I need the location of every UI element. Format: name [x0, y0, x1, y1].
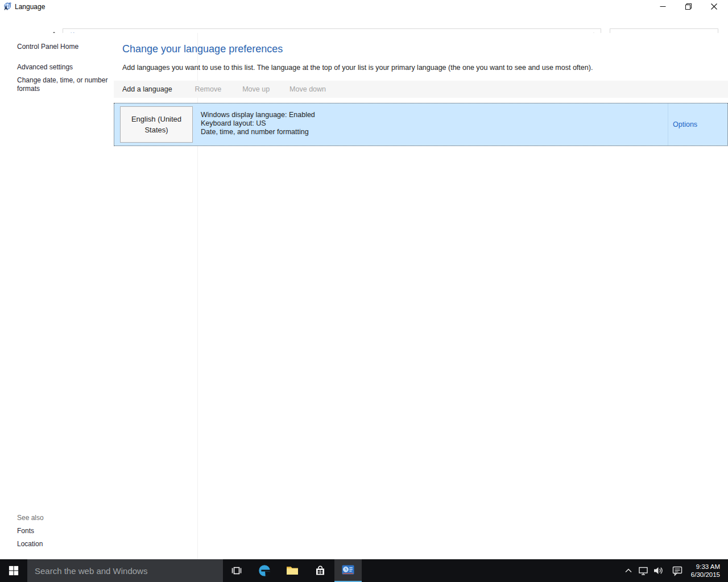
- close-button[interactable]: [701, 0, 727, 13]
- action-center-button[interactable]: [670, 559, 685, 582]
- language-name: English (United States): [125, 114, 188, 135]
- add-language-button[interactable]: Add a language: [122, 85, 172, 93]
- edge-browser-button[interactable]: [251, 559, 278, 582]
- language-detail-keyboard: Keyboard layout: US: [201, 119, 266, 127]
- language-list-item-selected[interactable]: English (United States) Windows display …: [114, 103, 728, 146]
- clock-date: 6/30/2015: [691, 571, 720, 579]
- move-down-button[interactable]: Move down: [289, 85, 326, 93]
- language-detail-formatting: Date, time, and number formatting: [201, 128, 309, 136]
- navigation-bar: Control Panel All Control Panel Items La…: [0, 13, 728, 33]
- language-detail-display: Windows display language: Enabled: [201, 111, 315, 119]
- window-controls: [650, 0, 727, 13]
- window-title: Language: [15, 3, 45, 11]
- store-bag-icon: [313, 564, 327, 577]
- language-app-taskbar-button[interactable]: [334, 559, 362, 582]
- sidebar-link-location[interactable]: Location: [17, 540, 43, 548]
- move-up-button[interactable]: Move up: [242, 85, 270, 93]
- show-hidden-icons-button[interactable]: [621, 559, 636, 582]
- language-name-box: English (United States): [120, 106, 193, 143]
- windows-logo-icon: [9, 566, 19, 576]
- restore-button[interactable]: [676, 0, 701, 13]
- volume-tray-button[interactable]: [651, 559, 665, 582]
- sidebar-link-advanced-settings[interactable]: Advanced settings: [17, 63, 73, 71]
- action-center-icon: [671, 564, 684, 577]
- options-divider: [668, 103, 668, 146]
- remove-button[interactable]: Remove: [195, 85, 222, 93]
- edge-icon: [257, 563, 272, 578]
- title-bar: Language: [0, 0, 728, 13]
- minimize-button[interactable]: [650, 0, 676, 13]
- taskbar-clock[interactable]: 9:33 AM 6/30/2015: [691, 559, 720, 582]
- file-explorer-button[interactable]: [279, 559, 306, 582]
- see-also-header: See also: [17, 514, 44, 522]
- region-language-icon: [341, 564, 355, 576]
- task-view-button[interactable]: [223, 559, 250, 582]
- task-view-icon: [230, 564, 243, 577]
- restore-icon: [685, 3, 692, 10]
- close-icon: [711, 3, 717, 10]
- language-app-icon: [3, 2, 12, 11]
- network-tray-button[interactable]: [636, 559, 651, 582]
- taskbar-search[interactable]: Search the web and Windows: [27, 559, 223, 582]
- window-body: Control Panel Home Advanced settings Cha…: [0, 33, 728, 559]
- sidebar-link-fonts[interactable]: Fonts: [17, 527, 34, 535]
- options-link[interactable]: Options: [673, 120, 697, 128]
- sidebar-link-control-panel-home[interactable]: Control Panel Home: [17, 43, 78, 51]
- start-button[interactable]: [0, 559, 27, 582]
- language-toolbar: Add a language Remove Move up Move down: [114, 81, 728, 98]
- page-title: Change your language preferences: [122, 43, 283, 55]
- clock-time: 9:33 AM: [696, 563, 720, 571]
- minimize-icon: [660, 3, 666, 10]
- speaker-icon: [652, 565, 664, 576]
- page-description: Add languages you want to use to this li…: [122, 64, 593, 72]
- taskbar: The Collection Book Search the web and W…: [0, 559, 728, 582]
- network-ethernet-icon: [638, 565, 649, 576]
- sidebar-link-change-date-time[interactable]: Change date, time, or number formats: [17, 76, 117, 93]
- chevron-up-icon: [624, 567, 633, 575]
- folder-icon: [286, 564, 299, 577]
- taskbar-search-placeholder: Search the web and Windows: [35, 566, 147, 576]
- store-button[interactable]: [307, 559, 334, 582]
